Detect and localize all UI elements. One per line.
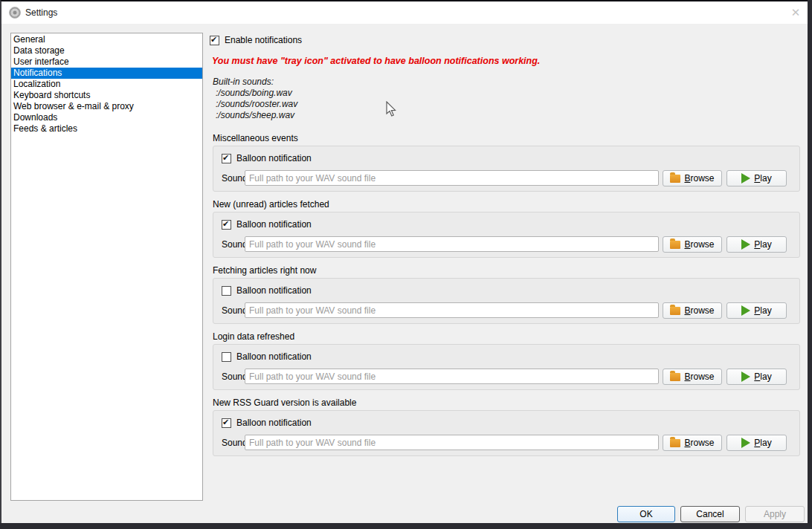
section-login-data-refreshed: Balloon notification Sound Browse Play — [213, 344, 800, 390]
sidebar-item-web-browser-proxy[interactable]: Web browser & e-mail & proxy — [11, 101, 202, 112]
browse-button[interactable]: Browse — [663, 170, 722, 186]
close-icon: ✕ — [791, 6, 801, 19]
section-label-fetching-articles: Fetching articles right now — [213, 265, 801, 276]
balloon-notification-checkbox[interactable] — [222, 418, 231, 428]
settings-window: Settings ✕ General Data storage User int… — [0, 0, 808, 523]
sidebar-item-data-storage[interactable]: Data storage — [11, 45, 202, 56]
folder-icon — [670, 373, 680, 381]
sidebar-item-user-interface[interactable]: User interface — [11, 56, 202, 68]
play-button[interactable]: Play — [726, 435, 787, 451]
section-label-login-data-refreshed: Login data refreshed — [213, 331, 801, 342]
balloon-notification-label: Balloon notification — [236, 418, 312, 428]
play-button-label: Play — [754, 239, 771, 250]
sidebar-item-downloads[interactable]: Downloads — [11, 112, 202, 123]
section-new-version-available: Balloon notification Sound Browse Play — [213, 410, 800, 456]
builtin-sounds-block: Built-in sounds: :/sounds/boing.wav :/so… — [213, 77, 297, 121]
browse-button-label: Browse — [684, 239, 714, 250]
sound-path-input[interactable] — [245, 435, 659, 450]
balloon-row: Balloon notification — [222, 351, 312, 362]
play-icon — [741, 371, 750, 382]
balloon-notification-label: Balloon notification — [236, 219, 312, 230]
sidebar-item-keyboard-shortcuts[interactable]: Keyboard shortcuts — [11, 90, 202, 101]
balloon-notification-label: Balloon notification — [236, 285, 312, 296]
play-button[interactable]: Play — [726, 236, 787, 253]
browse-button[interactable]: Browse — [663, 435, 722, 451]
sidebar-item-notifications[interactable]: Notifications — [11, 68, 202, 79]
folder-icon — [670, 175, 680, 183]
play-button-label: Play — [754, 438, 771, 448]
balloon-notification-checkbox[interactable] — [222, 352, 231, 362]
play-icon — [741, 438, 750, 448]
sound-path-input[interactable] — [245, 369, 659, 384]
section-label-new-version-available: New RSS Guard version is available — [213, 397, 801, 408]
browse-button-label: Browse — [684, 371, 714, 382]
enable-notifications-row: Enable notifications — [210, 35, 302, 45]
close-button[interactable]: ✕ — [784, 3, 808, 22]
play-button-label: Play — [754, 371, 771, 382]
mouse-cursor-icon — [386, 101, 396, 117]
balloon-row: Balloon notification — [222, 285, 312, 296]
section-fetching-articles: Balloon notification Sound Browse Play — [213, 278, 800, 324]
sound-path-input[interactable] — [245, 302, 659, 318]
builtin-sound-path: :/sounds/boing.wav — [213, 88, 297, 99]
titlebar: Settings ✕ — [1, 1, 808, 24]
section-new-articles-fetched: Balloon notification Sound Browse Play — [213, 212, 800, 258]
sidebar-item-feeds-articles[interactable]: Feeds & articles — [11, 123, 202, 134]
cancel-button[interactable]: Cancel — [680, 506, 740, 522]
folder-icon — [670, 307, 680, 315]
balloon-row: Balloon notification — [222, 418, 312, 428]
sound-label: Sound — [222, 239, 248, 250]
builtin-sounds-intro: Built-in sounds: — [213, 77, 297, 88]
sound-label: Sound — [222, 173, 248, 184]
balloon-notification-label: Balloon notification — [236, 351, 312, 362]
folder-icon — [670, 439, 680, 447]
browse-button-label: Browse — [684, 305, 714, 316]
window-title: Settings — [25, 1, 57, 24]
play-button[interactable]: Play — [726, 369, 787, 385]
tray-icon-warning-text: You must have "tray icon" activated to h… — [212, 56, 732, 66]
balloon-notification-checkbox[interactable] — [222, 286, 231, 296]
browse-button-label: Browse — [684, 173, 714, 184]
sound-label: Sound — [222, 438, 248, 448]
browse-button[interactable]: Browse — [663, 236, 722, 253]
section-label-miscellaneous-events: Miscellaneous events — [213, 133, 801, 143]
sound-path-input[interactable] — [245, 170, 659, 186]
builtin-sound-path: :/sounds/rooster.wav — [213, 99, 297, 110]
balloon-notification-checkbox[interactable] — [222, 154, 231, 163]
play-icon — [741, 173, 750, 184]
play-icon — [741, 305, 750, 316]
browse-button-label: Browse — [684, 438, 714, 448]
balloon-row: Balloon notification — [222, 153, 312, 163]
section-label-new-articles-fetched: New (unread) articles fetched — [213, 199, 801, 210]
play-button[interactable]: Play — [726, 170, 787, 186]
play-button[interactable]: Play — [726, 302, 787, 319]
settings-nav-list: General Data storage User interface Noti… — [10, 33, 203, 501]
section-miscellaneous-events: Balloon notification Sound Browse Play — [213, 146, 800, 192]
notification-sections: Miscellaneous events Balloon notificatio… — [213, 133, 801, 464]
sidebar-item-general[interactable]: General — [11, 34, 202, 45]
sound-label: Sound — [222, 371, 248, 382]
browse-button[interactable]: Browse — [663, 302, 722, 319]
sound-label: Sound — [222, 305, 248, 316]
browse-button[interactable]: Browse — [663, 369, 722, 385]
builtin-sound-path: :/sounds/sheep.wav — [213, 110, 297, 121]
ok-button[interactable]: OK — [617, 506, 675, 522]
play-button-label: Play — [754, 173, 771, 184]
settings-gear-icon — [9, 7, 21, 19]
play-button-label: Play — [754, 305, 771, 316]
apply-button[interactable]: Apply — [745, 506, 805, 522]
sound-path-input[interactable] — [245, 236, 659, 252]
enable-notifications-checkbox[interactable] — [210, 36, 219, 45]
enable-notifications-label: Enable notifications — [225, 35, 302, 45]
balloon-row: Balloon notification — [222, 219, 312, 230]
balloon-notification-label: Balloon notification — [236, 153, 312, 163]
folder-icon — [670, 241, 680, 249]
balloon-notification-checkbox[interactable] — [222, 220, 231, 230]
sidebar-item-localization[interactable]: Localization — [11, 79, 202, 90]
play-icon — [741, 239, 750, 250]
